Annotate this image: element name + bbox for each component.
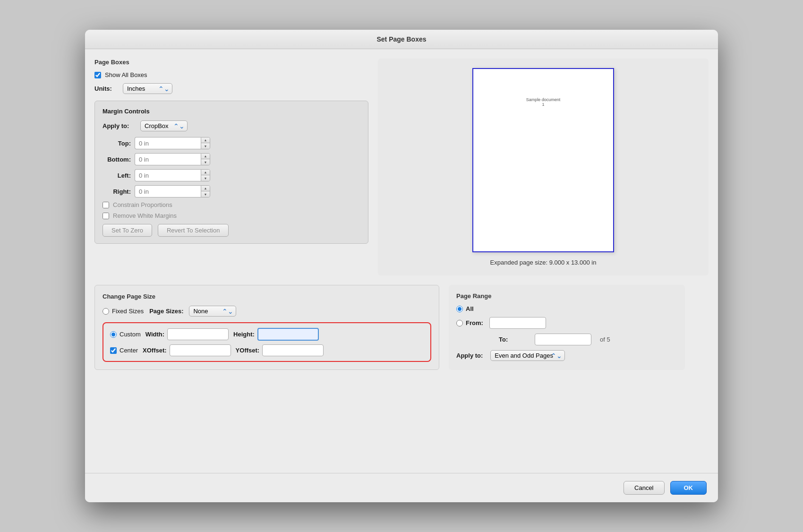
change-page-size-title: Change Page Size: [103, 293, 431, 300]
all-radio-label: All: [456, 305, 485, 312]
constrain-label: Constrain Proportions: [113, 201, 172, 208]
width-group: Width: 9 in: [145, 328, 229, 340]
show-all-checkbox[interactable]: [94, 72, 101, 78]
top-stepper: ▲ ▼: [201, 137, 210, 149]
apply-to-row: Apply to: CropBox MediaBox BleedBox Trim…: [103, 120, 360, 131]
bottom-stepper: ▲ ▼: [201, 153, 210, 165]
right-input[interactable]: 0 in: [135, 185, 201, 197]
custom-label: Custom: [120, 331, 141, 338]
right-increment[interactable]: ▲: [201, 186, 210, 191]
height-group: Height: 13 in: [233, 328, 319, 341]
top-field-row: Top: 0 in ▲ ▼: [103, 137, 360, 149]
page-sizes-select-wrapper: None Letter Legal A4 ⌃⌄: [189, 306, 236, 317]
from-row: From: 1: [456, 317, 677, 329]
bottom-input-group: 0 in ▲ ▼: [135, 153, 210, 165]
show-all-label: Show All Boxes: [105, 71, 147, 78]
remove-white-checkbox[interactable]: [103, 213, 109, 219]
custom-row: Custom Width: 9 in Height: 13 in: [110, 328, 424, 341]
bottom-increment[interactable]: ▲: [201, 154, 210, 159]
right-field-row: Right: 0 in ▲ ▼: [103, 185, 360, 197]
custom-radio[interactable]: [110, 331, 117, 338]
preview-line2: 1: [526, 102, 561, 107]
constrain-checkbox[interactable]: [103, 202, 109, 208]
units-select-wrapper: Inches Centimeters Millimeters Points ⌃⌄: [123, 83, 172, 94]
from-input[interactable]: 1: [489, 317, 546, 329]
of-label: of 5: [600, 336, 610, 343]
range-apply-to-label: Apply to:: [456, 352, 483, 359]
fixed-sizes-radio[interactable]: [103, 308, 109, 315]
top-input-group: 0 in ▲ ▼: [135, 137, 210, 149]
custom-settings-highlight-box: Custom Width: 9 in Height: 13 in: [103, 322, 431, 362]
left-increment[interactable]: ▲: [201, 170, 210, 175]
remove-white-label: Remove White Margins: [113, 212, 177, 219]
left-panel: Page Boxes Show All Boxes Units: Inches …: [94, 59, 368, 275]
bottom-input[interactable]: 0 in: [135, 153, 201, 165]
xoffset-group: XOffset: 0.37 in: [143, 344, 231, 356]
top-label: Top:: [103, 140, 131, 147]
bottom-decrement[interactable]: ▼: [201, 159, 210, 165]
fixed-sizes-label: Fixed Sizes: [112, 308, 144, 315]
page-preview: Sample document 1: [472, 68, 614, 252]
all-radio[interactable]: [456, 306, 463, 312]
left-label: Left:: [103, 172, 131, 179]
dialog: Set Page Boxes Page Boxes Show All Boxes…: [85, 30, 718, 502]
left-decrement[interactable]: ▼: [201, 175, 210, 181]
margin-buttons-row: Set To Zero Revert To Selection: [103, 224, 360, 237]
title-text: Set Page Boxes: [376, 35, 426, 43]
left-field-row: Left: 0 in ▲ ▼: [103, 169, 360, 181]
xoffset-input[interactable]: 0.37 in: [170, 344, 231, 356]
ok-button[interactable]: OK: [670, 481, 707, 495]
top-decrement[interactable]: ▼: [201, 143, 210, 149]
left-input[interactable]: 0 in: [135, 169, 201, 181]
bottom-label: Bottom:: [103, 156, 131, 163]
page-boxes-title: Page Boxes: [94, 59, 368, 66]
apply-to-select[interactable]: CropBox MediaBox BleedBox TrimBox ArtBox: [140, 120, 188, 131]
center-checkbox[interactable]: [110, 347, 117, 354]
change-page-size-panel: Change Page Size Fixed Sizes Page Sizes:…: [94, 285, 439, 370]
top-increment[interactable]: ▲: [201, 137, 210, 143]
range-apply-to-select[interactable]: Even and Odd Pages Even Pages Only Odd P…: [490, 350, 565, 361]
set-to-zero-button[interactable]: Set To Zero: [103, 224, 152, 237]
all-row: All: [456, 305, 677, 312]
center-checkbox-label: Center: [110, 347, 138, 354]
from-radio[interactable]: [456, 320, 463, 326]
apply-to-label: Apply to:: [103, 122, 136, 129]
fixed-sizes-row: Fixed Sizes Page Sizes: None Letter Lega…: [103, 306, 431, 317]
all-label: All: [466, 305, 474, 312]
dialog-content: Page Boxes Show All Boxes Units: Inches …: [85, 49, 718, 473]
units-select[interactable]: Inches Centimeters Millimeters Points: [123, 83, 172, 94]
cancel-button[interactable]: Cancel: [624, 481, 664, 495]
page-sizes-select[interactable]: None Letter Legal A4: [189, 306, 236, 317]
fixed-sizes-radio-label: Fixed Sizes: [103, 308, 144, 315]
preview-panel: Sample document 1 Expanded page size: 9.…: [378, 59, 709, 275]
xoffset-label: XOffset:: [143, 347, 167, 354]
center-label: Center: [120, 347, 138, 354]
page-range-panel: Page Range All From: 1 To:: [449, 285, 685, 370]
yoffset-input[interactable]: 0.65 in: [262, 344, 324, 356]
page-sizes-label: Page Sizes:: [149, 308, 183, 315]
height-input[interactable]: 13 in: [257, 328, 319, 341]
right-stepper: ▲ ▼: [201, 185, 210, 197]
from-label: From:: [466, 319, 483, 326]
show-all-row: Show All Boxes: [94, 71, 368, 78]
to-input[interactable]: 1: [535, 334, 591, 345]
left-input-group: 0 in ▲ ▼: [135, 169, 210, 181]
left-stepper: ▲ ▼: [201, 169, 210, 181]
apply-to-select-wrapper: CropBox MediaBox BleedBox TrimBox ArtBox…: [140, 120, 188, 131]
remove-white-row: Remove White Margins: [103, 212, 360, 219]
yoffset-group: YOffset: 0.65 in: [236, 344, 324, 356]
from-radio-label: From:: [456, 319, 485, 326]
page-range-title: Page Range: [456, 292, 677, 300]
dialog-footer: Cancel OK: [85, 473, 718, 502]
height-label: Height:: [233, 331, 255, 338]
top-section: Page Boxes Show All Boxes Units: Inches …: [94, 59, 709, 275]
to-row: To: 1 of 5: [456, 334, 677, 345]
top-input[interactable]: 0 in: [135, 137, 201, 149]
expanded-size-text: Expanded page size: 9.000 x 13.000 in: [490, 259, 597, 266]
revert-to-selection-button[interactable]: Revert To Selection: [158, 224, 229, 237]
custom-radio-label: Custom: [110, 331, 141, 338]
right-decrement[interactable]: ▼: [201, 191, 210, 197]
width-input[interactable]: 9 in: [167, 328, 229, 340]
dialog-title: Set Page Boxes: [85, 30, 718, 49]
margin-controls-box: Margin Controls Apply to: CropBox MediaB…: [94, 101, 368, 244]
